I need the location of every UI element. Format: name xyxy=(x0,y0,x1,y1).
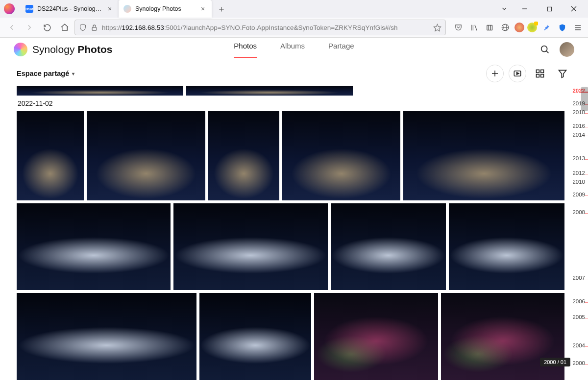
timeline-year[interactable]: 2009 xyxy=(572,192,585,197)
timeline-year[interactable]: 2010 xyxy=(572,179,585,185)
chevron-down-icon: ▾ xyxy=(72,71,74,76)
tab-favicon-syno-icon xyxy=(123,5,131,13)
timeline-tick xyxy=(585,302,588,303)
photo-thumbnail[interactable] xyxy=(208,111,279,200)
svg-line-22 xyxy=(546,51,548,53)
nav-home-icon[interactable] xyxy=(57,20,73,35)
svg-rect-30 xyxy=(541,74,544,77)
header-right xyxy=(539,42,574,57)
timeline-year[interactable]: 2016 xyxy=(572,123,585,129)
timeline-year[interactable]: 2014 xyxy=(572,132,585,138)
timeline-tick xyxy=(585,127,588,127)
timeline-tick xyxy=(585,213,588,214)
timeline-tick xyxy=(585,136,588,136)
app-menu-icon[interactable] xyxy=(571,21,584,34)
window-maximize-icon[interactable] xyxy=(538,1,561,16)
extension-avatar1-icon[interactable] xyxy=(514,23,524,32)
timeline-year[interactable]: 2008 xyxy=(572,209,585,215)
photo-thumbnail[interactable] xyxy=(199,293,311,380)
window-close-icon[interactable] xyxy=(563,1,585,16)
lock-icon[interactable] xyxy=(91,24,98,31)
extension-avatar2-icon[interactable] xyxy=(527,23,537,32)
timeline-tick xyxy=(585,364,588,365)
tab-dsm[interactable]: DSM DS224Plus - Synology NAS × xyxy=(21,0,119,18)
timeline-year[interactable]: 2007 xyxy=(572,275,585,281)
search-icon[interactable] xyxy=(539,44,551,55)
space-label: Espace partagé xyxy=(17,70,69,77)
photo-thumbnail[interactable] xyxy=(186,86,353,96)
user-avatar[interactable] xyxy=(560,42,574,57)
timeline-tick xyxy=(585,195,588,196)
add-button[interactable] xyxy=(486,65,504,82)
nav-albums[interactable]: Albums xyxy=(280,42,305,58)
bookmark-star-icon[interactable] xyxy=(433,24,441,32)
tab-label: DS224Plus - Synology NAS xyxy=(37,5,102,12)
filter-button[interactable] xyxy=(554,65,571,82)
photo-thumbnail[interactable] xyxy=(173,203,327,290)
app-header: Synology Photos Photos Albums Partage xyxy=(0,38,588,61)
timeline-year[interactable]: 2006 xyxy=(572,298,585,304)
photo-thumbnail[interactable] xyxy=(314,293,438,380)
photo-thumbnail[interactable] xyxy=(403,111,564,200)
new-tab-button[interactable]: ＋ xyxy=(215,2,228,16)
layout-grid-button[interactable] xyxy=(531,65,549,82)
photo-thumbnail[interactable] xyxy=(17,203,171,290)
library-icon[interactable] xyxy=(467,21,480,34)
extension-shield-icon[interactable] xyxy=(556,21,568,34)
timeline-scrubber[interactable]: 2022201920182016201420132012201020092008… xyxy=(564,86,588,390)
navigation-bar: https://192.168.68.53:5001/?launchApp=SY… xyxy=(0,18,588,37)
timeline-tooltip: 2000 / 01 xyxy=(540,358,570,366)
timeline-tick xyxy=(585,183,588,183)
svg-marker-26 xyxy=(517,73,519,75)
sub-toolbar: Espace partagé ▾ xyxy=(0,61,588,86)
nav-photos[interactable]: Photos xyxy=(234,42,257,58)
svg-point-21 xyxy=(541,46,547,52)
nav-back-icon[interactable] xyxy=(4,20,20,35)
save-pocket-icon[interactable] xyxy=(452,21,465,34)
header-nav: Photos Albums Partage xyxy=(234,42,354,58)
timeline-year[interactable]: 2005 xyxy=(572,314,585,320)
photo-thumbnail[interactable] xyxy=(449,203,564,290)
tabs-dropdown-icon[interactable] xyxy=(497,1,512,16)
photo-thumbnail[interactable] xyxy=(282,111,401,200)
url-bar[interactable]: https://192.168.68.53:5001/?launchApp=SY… xyxy=(74,20,446,35)
timeline-year[interactable]: 2012 xyxy=(572,170,585,176)
photo-thumbnail[interactable] xyxy=(17,111,84,200)
nav-forward-icon[interactable] xyxy=(22,20,37,35)
photo-thumbnail[interactable] xyxy=(17,86,183,96)
photo-thumbnail[interactable] xyxy=(87,111,205,200)
tracking-shield-icon[interactable] xyxy=(79,24,87,31)
photo-thumbnail[interactable] xyxy=(331,203,446,290)
timeline-year[interactable]: 2004 xyxy=(572,342,585,348)
photo-thumbnail[interactable] xyxy=(441,293,564,380)
extension-pin-icon[interactable] xyxy=(540,21,553,34)
tab-close-icon[interactable]: × xyxy=(199,5,207,13)
space-selector[interactable]: Espace partagé ▾ xyxy=(17,70,74,77)
svg-marker-5 xyxy=(434,24,441,31)
extension-grid-icon[interactable] xyxy=(483,21,496,34)
timeline-tick xyxy=(585,159,588,160)
synology-photos-app: Synology Photos Photos Albums Partage Es… xyxy=(0,38,588,390)
nav-reload-icon[interactable] xyxy=(39,20,55,35)
extension-globe-icon[interactable] xyxy=(499,21,512,34)
slideshow-button[interactable] xyxy=(509,65,526,82)
timeline-year[interactable]: 2000 xyxy=(572,360,585,366)
timeline-tick xyxy=(585,174,588,174)
svg-marker-31 xyxy=(559,70,566,77)
timeline-tick xyxy=(585,318,588,318)
tab-close-icon[interactable]: × xyxy=(106,5,114,13)
browser-chrome: DSM DS224Plus - Synology NAS × Synology … xyxy=(0,0,588,38)
tab-synology-photos[interactable]: Synology Photos × xyxy=(119,0,212,18)
app-logo[interactable]: Synology Photos xyxy=(14,43,112,56)
window-minimize-icon[interactable] xyxy=(514,1,536,16)
photo-gallery[interactable]: 2022-11-02 xyxy=(0,86,564,390)
svg-rect-29 xyxy=(537,74,539,77)
firefox-menu-icon[interactable] xyxy=(4,3,15,14)
svg-rect-27 xyxy=(537,70,539,73)
svg-rect-4 xyxy=(92,27,97,30)
date-header: 2022-11-02 xyxy=(18,99,564,107)
timeline-year[interactable]: 2013 xyxy=(572,155,585,161)
photo-thumbnail[interactable] xyxy=(17,293,196,380)
nav-share[interactable]: Partage xyxy=(328,42,354,58)
scrollbar-thumb[interactable] xyxy=(581,87,588,111)
